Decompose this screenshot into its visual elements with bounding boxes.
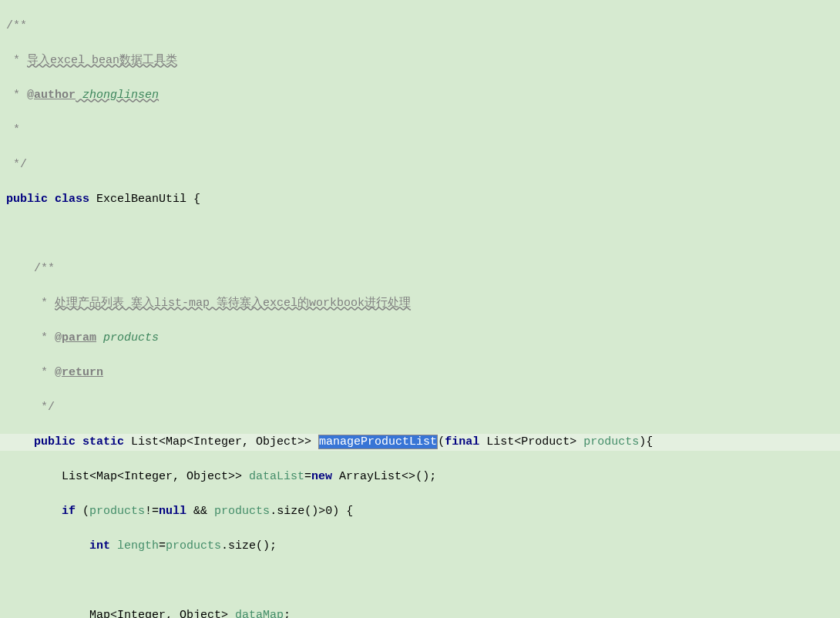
code-line: */ bbox=[0, 156, 840, 174]
code-line: * @return bbox=[0, 364, 840, 382]
code-line: /** bbox=[0, 260, 840, 278]
keyword-public: public bbox=[34, 435, 82, 448]
comment-text: 导入excel bean数据工具类 bbox=[27, 54, 177, 67]
class-name: ExcelBeanUtil bbox=[96, 193, 193, 206]
code-line: * 导入excel bean数据工具类 bbox=[0, 52, 840, 70]
javadoc-value: products bbox=[96, 331, 159, 344]
code-line: public class ExcelBeanUtil { bbox=[0, 191, 840, 209]
code-line bbox=[0, 573, 840, 590]
method-name-selected[interactable]: manageProductList bbox=[318, 435, 438, 449]
code-line: int length=products.size(); bbox=[0, 538, 840, 556]
keyword-int: int bbox=[89, 539, 117, 553]
javadoc-tag: @author bbox=[27, 89, 76, 102]
keyword-class: class bbox=[55, 193, 96, 206]
code-line: * @param products bbox=[0, 330, 840, 348]
keyword-public: public bbox=[6, 193, 55, 206]
code-editor[interactable]: /** * 导入excel bean数据工具类 * @author zhongl… bbox=[0, 0, 840, 618]
code-line: /** bbox=[0, 18, 840, 35]
code-line-highlighted: public static List<Map<Integer, Object>>… bbox=[0, 434, 840, 452]
param-name: products bbox=[583, 435, 639, 448]
code-line bbox=[0, 226, 840, 244]
comment-text: 处理产品列表 塞入list-map 等待塞入excel的workbook进行处理 bbox=[55, 297, 411, 310]
keyword-final: final bbox=[445, 435, 486, 448]
keyword-new: new bbox=[311, 470, 339, 483]
code-line: List<Map<Integer, Object>> dataList=new … bbox=[0, 469, 840, 486]
code-line: */ bbox=[0, 399, 840, 417]
keyword-null: null bbox=[159, 505, 193, 518]
code-line: if (products!=null && products.size()>0)… bbox=[0, 503, 840, 521]
code-line: * @author zhonglinsen bbox=[0, 87, 840, 105]
code-line: * 处理产品列表 塞入list-map 等待塞入excel的workbook进行… bbox=[0, 295, 840, 313]
javadoc-tag: @param bbox=[55, 331, 96, 344]
code-line: Map<Integer, Object> dataMap; bbox=[0, 607, 840, 619]
javadoc-value: zhonglinsen bbox=[76, 89, 159, 102]
keyword-if: if bbox=[62, 505, 82, 518]
variable: dataList bbox=[249, 470, 304, 483]
javadoc-tag: @return bbox=[55, 366, 103, 379]
code-line: * bbox=[0, 122, 840, 139]
keyword-static: static bbox=[82, 435, 131, 448]
comment-text: /** bbox=[6, 19, 27, 32]
